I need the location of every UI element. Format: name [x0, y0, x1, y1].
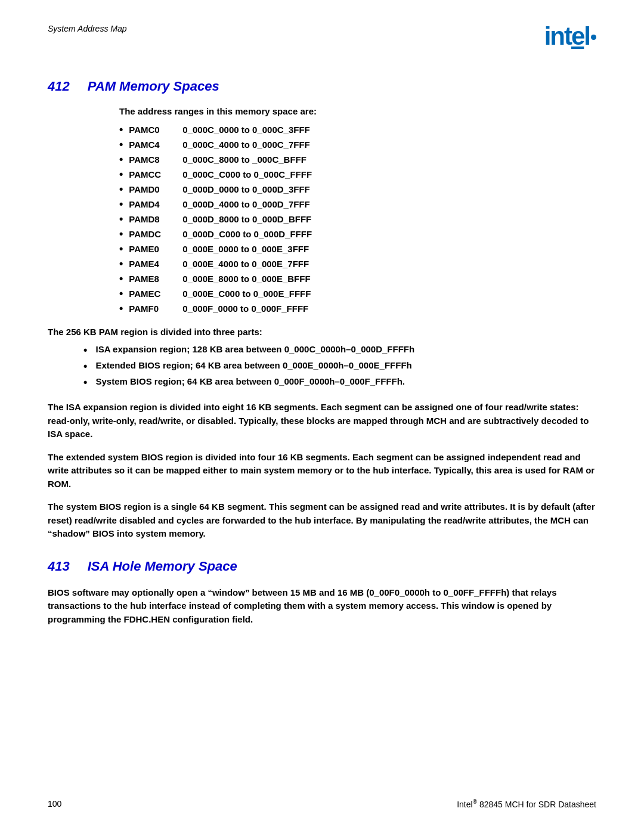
section-413-paragraph: BIOS software may optionally open a “win…: [48, 586, 596, 627]
paragraph-3: The system BIOS region is a single 64 KB…: [48, 500, 596, 541]
section-412: 412PAM Memory Spaces The address ranges …: [48, 79, 596, 541]
section-413-title: 413ISA Hole Memory Space: [48, 559, 596, 574]
page-footer: 100 Intel® 82845 MCH for SDR Datasheet: [48, 798, 596, 809]
intel-logo: intel: [544, 24, 596, 49]
list-item: • ISA expansion region; 128 KB area betw…: [83, 344, 596, 357]
list-item: •PAMC00_000C_0000 to 0_000C_3FFF: [119, 123, 596, 136]
pam-entries-list: •PAMC00_000C_0000 to 0_000C_3FFF •PAMC40…: [119, 123, 596, 315]
region-list: • ISA expansion region; 128 KB area betw…: [83, 344, 596, 389]
list-item: • Extended BIOS region; 64 KB area betwe…: [83, 360, 596, 373]
section-413: 413ISA Hole Memory Space BIOS software m…: [48, 559, 596, 627]
list-item: •PAMD00_000D_0000 to 0_000D_3FFF: [119, 183, 596, 196]
paragraph-1: The ISA expansion region is divided into…: [48, 401, 596, 441]
list-item: •PAME40_000E_4000 to 0_000E_7FFF: [119, 258, 596, 270]
breadcrumb: System Address Map: [48, 24, 127, 33]
list-item: •PAMEC0_000E_C000 to 0_000E_FFFF: [119, 287, 596, 300]
list-item: •PAMD40_000D_4000 to 0_000D_7FFF: [119, 198, 596, 210]
list-item: •PAMDC0_000D_C000 to 0_000D_FFFF: [119, 228, 596, 240]
document-name: Intel® 82845 MCH for SDR Datasheet: [457, 798, 596, 809]
list-item: •PAMF00_000F_0000 to 0_000F_FFFF: [119, 302, 596, 315]
divider-note: The 256 KB PAM region is divided into th…: [48, 327, 596, 337]
list-item: •PAMCC0_000C_C000 to 0_000C_FFFF: [119, 168, 596, 181]
page-header: System Address Map intel: [48, 24, 596, 49]
list-item: •PAME00_000E_0000 to 0_000E_3FFF: [119, 243, 596, 255]
section-412-title: 412PAM Memory Spaces: [48, 79, 596, 94]
list-item: •PAMD80_000D_8000 to 0_000D_BFFF: [119, 213, 596, 225]
page-number: 100: [48, 799, 61, 809]
list-item: •PAME80_000E_8000 to 0_000E_BFFF: [119, 272, 596, 285]
list-item: •PAMC40_000C_4000 to 0_000C_7FFF: [119, 138, 596, 151]
address-intro: The address ranges in this memory space …: [119, 106, 596, 116]
list-item: • System BIOS region; 64 KB area between…: [83, 376, 596, 389]
paragraph-2: The extended system BIOS region is divid…: [48, 451, 596, 491]
list-item: •PAMC80_000C_8000 to _000C_BFFF: [119, 153, 596, 166]
